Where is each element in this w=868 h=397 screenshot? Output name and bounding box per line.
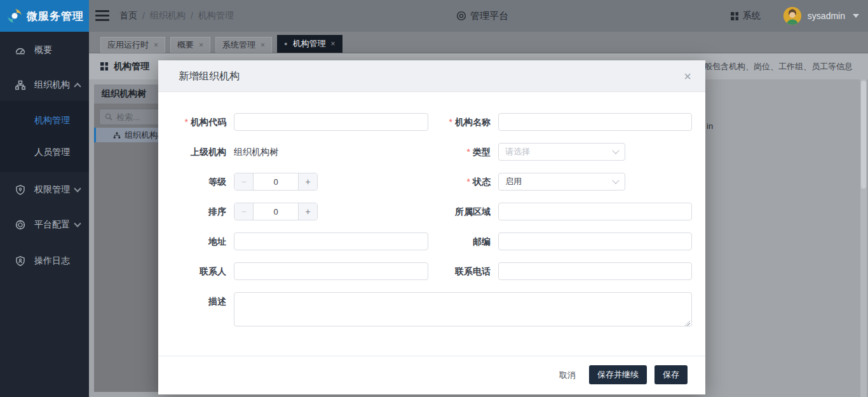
cancel-button[interactable]: 取消 (559, 367, 576, 384)
modal-footer: 取消 保存并继续 保存 (158, 356, 705, 394)
platform-switcher[interactable]: 管理平台 (456, 0, 508, 32)
close-icon[interactable]: × (199, 41, 203, 50)
required-icon: * (467, 177, 470, 187)
required-icon: * (185, 117, 188, 127)
select-value: 启用 (505, 176, 613, 187)
sidebar-submenu: 机构管理 人员管理 (0, 101, 89, 172)
shield-icon (15, 185, 25, 195)
close-icon[interactable]: × (154, 41, 158, 50)
field-label-org-code: *机构代码 (158, 113, 226, 131)
field-label-region: 所属区域 (400, 203, 491, 220)
field-label-contact: 联系人 (158, 262, 226, 280)
dashboard-icon (15, 45, 25, 55)
top-header: 微服务管理 首页 / 组织机构 / 机构管理 管理平台 (0, 0, 868, 32)
sidebar-item-personnel[interactable]: 人员管理 (0, 137, 89, 168)
level-stepper: − 0 + (234, 173, 318, 191)
org-name-input[interactable] (498, 113, 692, 131)
header-right-cluster: 系统 sysadmin (731, 0, 859, 32)
tab-label: 机构管理 (292, 38, 325, 50)
sidebar-item-label: 组织机构 (34, 79, 70, 91)
sitemap-icon (15, 80, 25, 90)
vertical-scrollbar[interactable] (860, 79, 867, 397)
add-org-modal: 新增组织机构 × *机构代码 *机构名称 上级机构 组织机构树 *类型 请选择 … (158, 60, 705, 394)
caret-down-icon[interactable] (853, 14, 859, 18)
modal-header: 新增组织机构 × (158, 60, 705, 92)
status-select[interactable]: 启用 (498, 173, 625, 191)
field-label-sort: 排序 (158, 203, 226, 220)
avatar[interactable] (783, 7, 801, 25)
decrement-button[interactable]: − (234, 203, 254, 220)
close-icon[interactable]: × (261, 41, 265, 50)
search-icon (105, 113, 112, 121)
description-textarea[interactable] (234, 292, 692, 326)
tab-system-management[interactable]: 系统管理 × (215, 37, 272, 53)
chevron-down-icon (612, 177, 619, 184)
app-logo[interactable]: 微服务管理 (0, 0, 89, 32)
field-label-type: *类型 (400, 143, 491, 161)
region-input[interactable] (498, 203, 692, 220)
zipcode-input[interactable] (498, 232, 692, 250)
required-icon: * (449, 117, 452, 127)
decrement-button[interactable]: − (234, 173, 254, 190)
tree-panel-title: 组织机构树 (102, 88, 146, 100)
logo-icon (6, 8, 23, 24)
sidebar-item-organization[interactable]: 组织机构 (0, 69, 89, 101)
globe-gear-icon (15, 220, 25, 230)
breadcrumb-current: 机构管理 (198, 10, 234, 22)
username[interactable]: sysadmin (808, 11, 845, 21)
sort-value[interactable]: 0 (254, 203, 298, 220)
increment-button[interactable]: + (298, 173, 317, 190)
platform-icon (456, 11, 466, 21)
save-and-continue-button[interactable]: 保存并继续 (589, 365, 647, 384)
tab-org-management[interactable]: ● 机构管理 × (277, 35, 342, 53)
breadcrumb-org[interactable]: 组织机构 (150, 10, 186, 22)
tab-app-runtime[interactable]: 应用运行时 × (100, 37, 165, 53)
tab-overview[interactable]: 概要 × (170, 37, 210, 53)
field-label-status: *状态 (400, 173, 491, 191)
sidebar-item-platform-config[interactable]: 平台配置 (0, 209, 89, 241)
sidebar-item-label: 机构管理 (34, 115, 70, 126)
page-title: 机构管理 (114, 61, 149, 72)
sidebar-item-operation-log[interactable]: 操作日志 (0, 245, 89, 277)
hamburger-menu-icon[interactable] (95, 10, 109, 21)
resize-handle-icon[interactable] (684, 320, 690, 326)
phone-input[interactable] (498, 262, 692, 280)
parent-org-value: 组织机构树 (234, 143, 278, 161)
breadcrumb-separator: / (142, 11, 145, 21)
grid-icon (731, 12, 739, 20)
field-label-org-name: *机构名称 (400, 113, 491, 131)
sidebar-item-overview[interactable]: 概要 (0, 34, 89, 66)
breadcrumb-home[interactable]: 首页 (119, 10, 137, 22)
close-icon[interactable]: × (330, 39, 335, 48)
field-label-phone: 联系电话 (400, 262, 491, 280)
sidebar-item-label: 人员管理 (34, 147, 70, 158)
sidebar-item-org-management[interactable]: 机构管理 (0, 105, 89, 137)
field-label-zipcode: 邮编 (400, 232, 491, 250)
sort-stepper: − 0 + (234, 203, 318, 220)
save-button[interactable]: 保存 (654, 365, 688, 384)
modal-title: 新增组织机构 (179, 60, 240, 92)
active-tab-dot-icon: ● (284, 41, 287, 47)
breadcrumb: 首页 / 组织机构 / 机构管理 (119, 0, 234, 32)
chevron-up-icon (74, 83, 81, 90)
scrollbar-thumb[interactable] (861, 81, 866, 189)
required-icon: * (467, 147, 470, 157)
select-placeholder: 请选择 (505, 146, 613, 158)
system-menu[interactable]: 系统 (731, 10, 761, 22)
sidebar-item-label: 权限管理 (34, 184, 70, 196)
field-label-parent-org: 上级机构 (158, 143, 226, 161)
sidebar-item-label: 平台配置 (34, 219, 70, 231)
field-label-description: 描述 (158, 292, 226, 310)
app-window: 微服务管理 首页 / 组织机构 / 机构管理 管理平台 (0, 0, 868, 397)
tab-label: 概要 (177, 39, 194, 51)
sidebar-item-permissions[interactable]: 权限管理 (0, 174, 89, 206)
type-select[interactable]: 请选择 (498, 143, 625, 161)
tab-label: 系统管理 (222, 39, 255, 51)
level-value[interactable]: 0 (254, 173, 298, 190)
sidebar-nav: 概要 组织机构 机构管理 人员管理 (0, 32, 89, 397)
system-label: 系统 (743, 10, 761, 22)
breadcrumb-separator: / (191, 11, 193, 21)
sitemap-icon (113, 131, 121, 139)
close-icon[interactable]: × (684, 69, 691, 84)
increment-button[interactable]: + (298, 203, 317, 220)
